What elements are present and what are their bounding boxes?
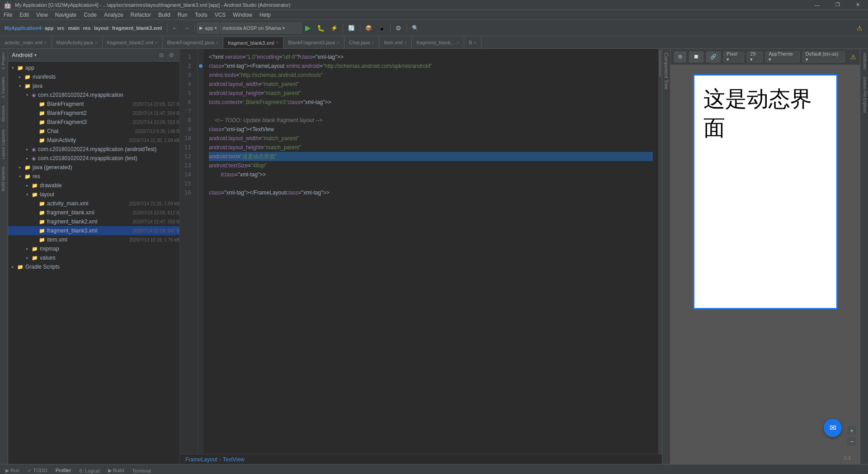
vtab-captures[interactable]: Layout Captures [0, 126, 8, 163]
tree-item-6[interactable]: 📁BlankFragment32020/7/14 22:09, 552 B [8, 118, 179, 127]
tree-item-4[interactable]: 📁BlankFragment2020/7/14 22:09, 627 B [8, 100, 179, 109]
vtab-build-variants[interactable]: Build Variants [0, 163, 8, 195]
bottom-tab-todo[interactable]: ✓ TODO [24, 465, 51, 474]
sync-button[interactable]: 🔄 [345, 22, 358, 34]
menu-run[interactable]: Run [174, 10, 191, 20]
tree-item-22[interactable]: ▸📁Gradle Scripts [8, 262, 179, 271]
bottom-tab-profiler[interactable]: Profiler [52, 465, 75, 474]
menu-build[interactable]: Build [155, 10, 174, 20]
tab-4[interactable]: fragment_blank3.xml× [223, 37, 283, 48]
tab-close-1[interactable]: × [95, 40, 98, 45]
menu-window[interactable]: Window [229, 10, 256, 20]
menu-help[interactable]: Help [256, 10, 274, 20]
back-button[interactable]: ← [170, 22, 180, 34]
maximize-button[interactable]: ❐ [827, 0, 848, 10]
tab-close-0[interactable]: × [44, 40, 47, 45]
profile-button[interactable]: ⚡ [328, 22, 340, 34]
device-select-dropdown[interactable]: Pixel ▾ [723, 52, 744, 62]
device-dropdown[interactable]: motorola AOSP on Shama ▾ [220, 23, 302, 33]
run-config-dropdown[interactable]: ▶ app ▾ [197, 23, 219, 33]
menu-navigate[interactable]: Navigate [52, 10, 80, 20]
tree-item-10[interactable]: ▸◉com.c201801020224.myapplication (test) [8, 154, 179, 163]
code-content[interactable]: <?xml version="1.0" encoding="utf-8"?cla… [203, 49, 658, 454]
tree-item-2[interactable]: ▾📁java [8, 81, 179, 90]
vertical-scrollbar[interactable] [658, 49, 662, 454]
debug-button[interactable]: 🐛 [314, 22, 327, 34]
tab-9[interactable]: B× [464, 37, 481, 48]
collapse-all-button[interactable]: ⊟ [157, 51, 166, 60]
tab-close-5[interactable]: × [337, 40, 340, 45]
breadcrumb-framelayout[interactable]: FrameLayout [185, 456, 217, 463]
tab-5[interactable]: BlankFragment3.java× [283, 37, 344, 48]
tab-close-8[interactable]: × [457, 40, 459, 45]
tab-close-2[interactable]: × [155, 40, 158, 45]
settings-button[interactable]: ⚙ [393, 22, 404, 34]
bottom-tab-logcat[interactable]: 6: Logcat [76, 465, 104, 474]
tree-item-17[interactable]: 📁fragment_blank2.xml2020/7/14 21:47, 550… [8, 217, 179, 226]
design-button[interactable]: 🔲 [689, 52, 703, 62]
close-button[interactable]: ✕ [848, 0, 868, 10]
tree-item-1[interactable]: ▸📁manifests [8, 72, 179, 81]
zoom-in-button[interactable]: + [847, 426, 856, 435]
avd-manager-button[interactable]: 📱 [376, 22, 388, 34]
tree-item-20[interactable]: ▸📁mipmap [8, 244, 179, 253]
api-level-dropdown[interactable]: 29 ▾ [747, 52, 763, 62]
tree-item-8[interactable]: 📁MainActivity2020/7/14 21:30, 1.09 kB [8, 136, 179, 145]
palette-toggle-button[interactable]: ⊞ [674, 52, 686, 62]
tab-3[interactable]: BlankFragment2.java× [163, 37, 224, 48]
tab-close-3[interactable]: × [216, 40, 218, 45]
tab-close-4[interactable]: × [276, 40, 278, 45]
scrollbar-thumb[interactable] [659, 50, 661, 77]
tree-item-3[interactable]: ▾◉com.c201801020224.myapplication [8, 90, 179, 100]
menu-analyze[interactable]: Analyze [100, 10, 127, 20]
tree-item-14[interactable]: ▾📁layout [8, 190, 179, 199]
sidebar-settings-button[interactable]: ⚙ [167, 51, 176, 60]
locale-dropdown[interactable]: Default (en-us) ▾ [802, 52, 845, 62]
tab-7[interactable]: item.xml× [379, 37, 412, 48]
bottom-tab-build[interactable]: ▶ Build [104, 465, 128, 474]
tab-close-6[interactable]: × [372, 40, 375, 45]
tab-2[interactable]: fragment_blank2.xml× [103, 37, 163, 48]
breadcrumb-textview[interactable]: TextView [223, 456, 245, 463]
tree-item-5[interactable]: 📁BlankFragment22020/7/14 21:47, 554 B [8, 109, 179, 118]
tab-8[interactable]: fragment_blank...× [412, 37, 464, 48]
fab-button[interactable]: ✉ [824, 419, 842, 437]
tab-0[interactable]: activity_main.xml× [0, 37, 52, 48]
search-everywhere-button[interactable]: 🔍 [409, 22, 421, 34]
menu-file[interactable]: File [0, 10, 16, 20]
menu-vcs[interactable]: VCS [211, 10, 230, 20]
menu-view[interactable]: View [33, 10, 52, 20]
tree-item-16[interactable]: 📁fragment_blank.xml2020/7/14 22:09, 812 … [8, 208, 179, 217]
tree-item-11[interactable]: ▸📁java (generated) [8, 163, 179, 172]
run-button[interactable]: ▶ [302, 22, 313, 34]
tree-item-21[interactable]: ▸📁values [8, 253, 179, 262]
tab-close-9[interactable]: × [474, 40, 476, 45]
vtab-structure[interactable]: Structure [0, 102, 8, 126]
zoom-out-button[interactable]: − [847, 437, 856, 446]
attributes-panel-tab[interactable]: Attributes [860, 49, 868, 73]
tree-item-19[interactable]: 📁item.xml2020/7/13 10:19, 1.75 kB [8, 235, 179, 244]
menu-edit[interactable]: Edit [16, 10, 33, 20]
bottom-tab-terminal[interactable]: Terminal [128, 465, 155, 474]
tab-close-7[interactable]: × [404, 40, 407, 45]
minimize-button[interactable]: — [807, 0, 827, 10]
tree-item-15[interactable]: 📁activity_main.xml2020/7/14 21:26, 1.09 … [8, 199, 179, 208]
vtab-1[interactable]: 1: Project [0, 49, 8, 73]
component-tree-label[interactable]: Component Tree [662, 49, 670, 93]
menu-tools[interactable]: Tools [191, 10, 211, 20]
tree-item-9[interactable]: ▸◉com.c201801020224.myapplication (andro… [8, 145, 179, 154]
tree-item-13[interactable]: ▸📁drawable [8, 181, 179, 190]
menu-refactor[interactable]: Refactor [127, 10, 155, 20]
menu-code[interactable]: Code [80, 10, 100, 20]
device-file-tab[interactable]: Device File Explorer [860, 73, 868, 117]
tab-1[interactable]: MainActivity.java× [52, 37, 103, 48]
vtab-2[interactable]: 2: Favorites [0, 73, 8, 102]
bottom-tab-run[interactable]: ▶ Run [2, 465, 23, 474]
forward-button[interactable]: → [181, 22, 192, 34]
theme-dropdown[interactable]: AppTheme ▾ [765, 52, 800, 62]
tree-item-18[interactable]: 📁fragment_blank3.xml2020/7/14 22:09, 547… [8, 226, 179, 235]
tree-item-0[interactable]: ▾📁app [8, 63, 179, 72]
tree-item-12[interactable]: ▾📁res [8, 172, 179, 181]
constraint-button[interactable]: 🔗 [706, 52, 721, 62]
sdk-manager-button[interactable]: 📦 [363, 22, 375, 34]
